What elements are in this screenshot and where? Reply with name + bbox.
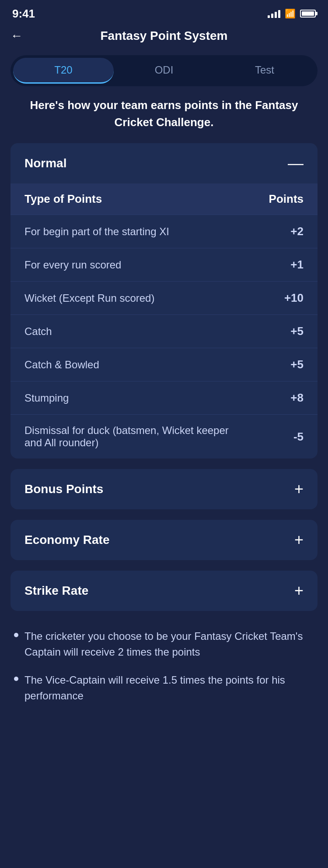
bullet-item-vice-captain: The Vice-Captain will receive 1.5 times …: [14, 672, 314, 704]
table-row: For begin part of the starting XI+2: [10, 215, 318, 248]
table-header-row: Type of Points Points: [10, 183, 318, 215]
col-points-header: Points: [255, 183, 318, 215]
point-type-cell: Wicket (Except Run scored): [10, 282, 255, 315]
bullet-item-captain: The cricketer you choose to be your Fant…: [14, 628, 314, 660]
bullet-section: The cricketer you choose to be your Fant…: [0, 621, 328, 730]
table-row: Dismissal for duck (batsmen, Wicket keep…: [10, 415, 318, 459]
status-bar: 9:41 📶: [0, 0, 328, 24]
point-type-cell: Dismissal for duck (batsmen, Wicket keep…: [10, 415, 255, 459]
table-row: For every run scored+1: [10, 248, 318, 282]
point-type-cell: For begin part of the starting XI: [10, 215, 255, 248]
table-row: Stumping+8: [10, 381, 318, 415]
strike-rate-section: Strike Rate +: [10, 571, 318, 611]
description-text: Here's how your team earns points in the…: [0, 97, 328, 143]
point-value-cell: +8: [255, 381, 318, 415]
point-value-cell: +1: [255, 248, 318, 282]
normal-section: Normal — Type of Points Points For begin…: [10, 143, 318, 459]
economy-rate-section: Economy Rate +: [10, 520, 318, 560]
bonus-points-section: Bonus Points +: [10, 469, 318, 509]
strike-rate-title: Strike Rate: [24, 584, 88, 598]
bonus-points-title: Bonus Points: [24, 482, 103, 496]
tab-bar: T20 ODI Test: [10, 55, 318, 86]
normal-section-title: Normal: [24, 156, 66, 170]
strike-expand-icon: +: [294, 583, 304, 599]
table-row: Catch & Bowled+5: [10, 348, 318, 381]
tab-t20[interactable]: T20: [13, 58, 114, 84]
strike-rate-header[interactable]: Strike Rate +: [10, 571, 318, 611]
bullet-dot-vice-captain: [14, 677, 18, 681]
points-table: Type of Points Points For begin part of …: [10, 183, 318, 459]
bonus-expand-icon: +: [294, 481, 304, 497]
bullet-captain-text: The cricketer you choose to be your Fant…: [24, 628, 314, 660]
battery-icon: [300, 10, 316, 18]
tab-test[interactable]: Test: [214, 58, 315, 84]
point-value-cell: -5: [255, 415, 318, 459]
economy-expand-icon: +: [294, 532, 304, 548]
bullet-dot-captain: [14, 633, 18, 637]
point-value-cell: +5: [255, 348, 318, 381]
tab-odi[interactable]: ODI: [114, 58, 214, 84]
point-type-cell: Stumping: [10, 381, 255, 415]
col-type-header: Type of Points: [10, 183, 255, 215]
table-row: Wicket (Except Run scored)+10: [10, 282, 318, 315]
back-button[interactable]: ←: [10, 30, 23, 42]
table-row: Catch+5: [10, 315, 318, 348]
status-time: 9:41: [12, 7, 35, 21]
point-type-cell: Catch & Bowled: [10, 348, 255, 381]
signal-icon: [268, 9, 280, 18]
point-value-cell: +10: [255, 282, 318, 315]
status-icons: 📶: [268, 8, 316, 19]
economy-rate-header[interactable]: Economy Rate +: [10, 520, 318, 560]
normal-section-header[interactable]: Normal —: [10, 143, 318, 183]
normal-collapse-icon: —: [288, 155, 304, 171]
page-title: Fantasy Point System: [101, 29, 228, 43]
header: ← Fantasy Point System: [0, 24, 328, 52]
wifi-icon: 📶: [285, 8, 296, 19]
bullet-vice-captain-text: The Vice-Captain will receive 1.5 times …: [24, 672, 314, 704]
bonus-points-header[interactable]: Bonus Points +: [10, 469, 318, 509]
economy-rate-title: Economy Rate: [24, 533, 110, 547]
point-type-cell: Catch: [10, 315, 255, 348]
point-value-cell: +5: [255, 315, 318, 348]
point-type-cell: For every run scored: [10, 248, 255, 282]
point-value-cell: +2: [255, 215, 318, 248]
